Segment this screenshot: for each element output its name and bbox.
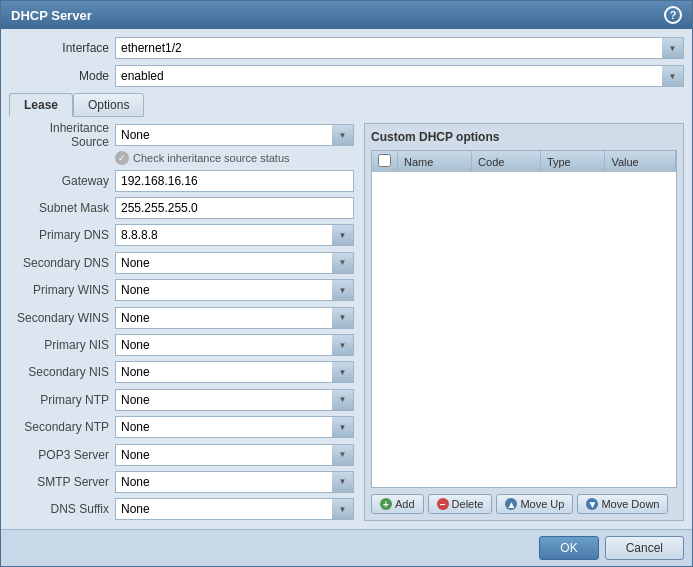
add-button[interactable]: + Add bbox=[371, 494, 424, 514]
check-status-icon: ✓ bbox=[115, 151, 129, 165]
add-label: Add bbox=[395, 498, 415, 510]
primary-wins-row: Primary WINS ▼ bbox=[9, 279, 354, 302]
select-all-checkbox[interactable] bbox=[378, 154, 391, 167]
smtp-server-input[interactable] bbox=[115, 471, 354, 493]
secondary-wins-input[interactable] bbox=[115, 307, 354, 329]
check-status-link[interactable]: ✓ Check inheritance source status bbox=[115, 151, 354, 165]
dns-suffix-value: ▼ bbox=[115, 498, 354, 520]
secondary-dns-row: Secondary DNS ▼ bbox=[9, 251, 354, 274]
gateway-label: Gateway bbox=[9, 174, 109, 188]
table-header-type: Type bbox=[540, 151, 605, 172]
table-header-name: Name bbox=[398, 151, 472, 172]
check-status-text: Check inheritance source status bbox=[133, 152, 290, 164]
mode-row: Mode ▼ bbox=[9, 65, 684, 87]
gateway-input[interactable] bbox=[115, 170, 354, 192]
primary-wins-value: ▼ bbox=[115, 279, 354, 301]
secondary-wins-value: ▼ bbox=[115, 307, 354, 329]
dialog-footer: OK Cancel bbox=[1, 529, 692, 566]
ok-button[interactable]: OK bbox=[539, 536, 598, 560]
pop3-server-row: POP3 Server ▼ bbox=[9, 443, 354, 466]
custom-dhcp-table: Name Code Type Value bbox=[371, 150, 677, 488]
delete-icon: − bbox=[437, 498, 449, 510]
gateway-value bbox=[115, 170, 354, 192]
inheritance-source-row: Inheritance Source ▼ bbox=[9, 123, 354, 147]
dialog-body: Interface ▼ Mode ▼ Lease Options bbox=[1, 29, 692, 529]
secondary-wins-label: Secondary WINS bbox=[9, 311, 109, 325]
delete-label: Delete bbox=[452, 498, 484, 510]
secondary-wins-row: Secondary WINS ▼ bbox=[9, 306, 354, 329]
dialog-titlebar: DHCP Server ? bbox=[1, 1, 692, 29]
tab-options[interactable]: Options bbox=[73, 93, 144, 117]
move-up-button[interactable]: ▲ Move Up bbox=[496, 494, 573, 514]
move-down-icon: ▼ bbox=[586, 498, 598, 510]
dns-suffix-label: DNS Suffix bbox=[9, 502, 109, 516]
help-icon[interactable]: ? bbox=[664, 6, 682, 24]
delete-button[interactable]: − Delete bbox=[428, 494, 493, 514]
secondary-dns-value: ▼ bbox=[115, 252, 354, 274]
secondary-nis-row: Secondary NIS ▼ bbox=[9, 361, 354, 384]
smtp-server-row: SMTP Server ▼ bbox=[9, 470, 354, 493]
mode-input[interactable] bbox=[115, 65, 684, 87]
primary-nis-label: Primary NIS bbox=[9, 338, 109, 352]
dhcp-server-dialog: DHCP Server ? Interface ▼ Mode ▼ bbox=[0, 0, 693, 567]
secondary-dns-label: Secondary DNS bbox=[9, 256, 109, 270]
mode-label: Mode bbox=[9, 69, 109, 83]
primary-ntp-value: ▼ bbox=[115, 389, 354, 411]
primary-nis-value: ▼ bbox=[115, 334, 354, 356]
smtp-server-label: SMTP Server bbox=[9, 475, 109, 489]
secondary-ntp-label: Secondary NTP bbox=[9, 420, 109, 434]
secondary-ntp-input[interactable] bbox=[115, 416, 354, 438]
custom-dhcp-title: Custom DHCP options bbox=[371, 130, 677, 144]
right-panel: Custom DHCP options Name Code Type bbox=[364, 123, 684, 521]
primary-nis-row: Primary NIS ▼ bbox=[9, 333, 354, 356]
pop3-server-input[interactable] bbox=[115, 444, 354, 466]
table-header-code: Code bbox=[472, 151, 541, 172]
mode-select-wrapper: ▼ bbox=[115, 65, 684, 87]
move-down-button[interactable]: ▼ Move Down bbox=[577, 494, 668, 514]
gateway-row: Gateway bbox=[9, 169, 354, 192]
secondary-nis-value: ▼ bbox=[115, 361, 354, 383]
mode-control: ▼ bbox=[115, 65, 684, 87]
tab-lease[interactable]: Lease bbox=[9, 93, 73, 117]
secondary-nis-input[interactable] bbox=[115, 361, 354, 383]
primary-ntp-label: Primary NTP bbox=[9, 393, 109, 407]
primary-dns-label: Primary DNS bbox=[9, 228, 109, 242]
move-up-label: Move Up bbox=[520, 498, 564, 510]
interface-input[interactable] bbox=[115, 37, 684, 59]
interface-select-wrapper: ▼ bbox=[115, 37, 684, 59]
inheritance-select-wrapper: ▼ bbox=[115, 124, 354, 146]
inheritance-source-value: ▼ bbox=[115, 124, 354, 146]
smtp-server-value: ▼ bbox=[115, 471, 354, 493]
primary-wins-label: Primary WINS bbox=[9, 283, 109, 297]
secondary-ntp-row: Secondary NTP ▼ bbox=[9, 416, 354, 439]
tab-bar: Lease Options bbox=[9, 93, 684, 117]
secondary-dns-input[interactable] bbox=[115, 252, 354, 274]
dns-suffix-input[interactable] bbox=[115, 498, 354, 520]
primary-dns-input[interactable] bbox=[115, 224, 354, 246]
primary-nis-input[interactable] bbox=[115, 334, 354, 356]
secondary-ntp-value: ▼ bbox=[115, 416, 354, 438]
inheritance-source-input[interactable] bbox=[115, 124, 354, 146]
left-panel: Inheritance Source ▼ ✓ Check inheritance… bbox=[9, 123, 354, 521]
secondary-nis-label: Secondary NIS bbox=[9, 365, 109, 379]
primary-ntp-input[interactable] bbox=[115, 389, 354, 411]
subnet-mask-value bbox=[115, 197, 354, 219]
cancel-button[interactable]: Cancel bbox=[605, 536, 684, 560]
primary-wins-input[interactable] bbox=[115, 279, 354, 301]
move-up-icon: ▲ bbox=[505, 498, 517, 510]
interface-label: Interface bbox=[9, 41, 109, 55]
dialog-title-text: DHCP Server bbox=[11, 8, 92, 23]
primary-dns-row: Primary DNS ▼ bbox=[9, 224, 354, 247]
subnet-mask-label: Subnet Mask bbox=[9, 201, 109, 215]
main-content: Inheritance Source ▼ ✓ Check inheritance… bbox=[9, 123, 684, 521]
pop3-server-label: POP3 Server bbox=[9, 448, 109, 462]
interface-control: ▼ bbox=[115, 37, 684, 59]
interface-row: Interface ▼ bbox=[9, 37, 684, 59]
subnet-mask-input[interactable] bbox=[115, 197, 354, 219]
table-header-checkbox bbox=[372, 151, 398, 172]
primary-dns-value: ▼ bbox=[115, 224, 354, 246]
move-down-label: Move Down bbox=[601, 498, 659, 510]
inheritance-source-label: Inheritance Source bbox=[9, 123, 109, 149]
add-icon: + bbox=[380, 498, 392, 510]
dns-suffix-row: DNS Suffix ▼ bbox=[9, 498, 354, 521]
